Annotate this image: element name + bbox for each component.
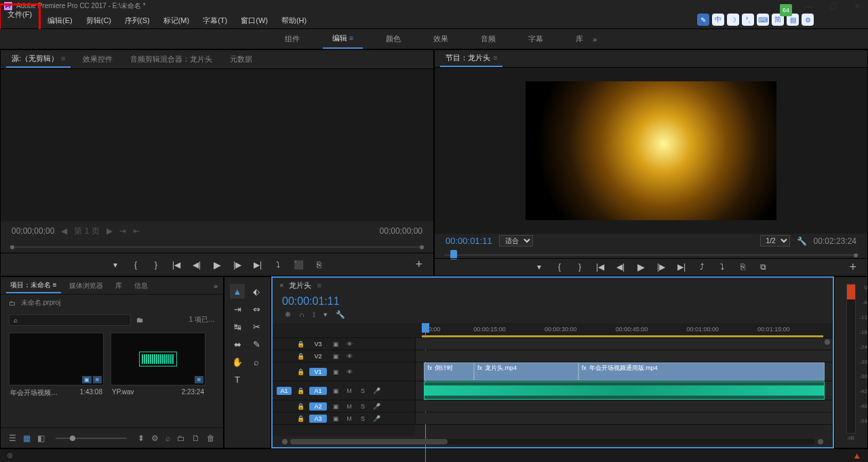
clip-video[interactable]: fx龙片头.mp4 [474,362,578,381]
prg-compare-icon[interactable]: ⧉ [757,261,769,273]
ime-moon-icon[interactable]: ☽ [727,14,739,26]
work-area-bar[interactable] [422,335,823,337]
freeform-view-icon[interactable]: ◧ [37,434,45,443]
sort-icon[interactable]: ⬍ [138,434,144,443]
project-item[interactable]: ≋ YP.wav2:23:24 [111,333,205,423]
ime-logo-icon[interactable]: ✎ [697,14,709,26]
track-header-a2[interactable]: 🔒A2▣MS🎤 [273,402,415,411]
track-v2-content[interactable] [415,350,833,362]
minimize-button[interactable]: — [804,1,813,12]
prg-gotoin-icon[interactable]: |◀ [594,261,606,273]
project-bin-icon[interactable]: 🖿 [136,316,144,324]
track-header-v1[interactable]: 🔒V1▣👁 [273,368,415,376]
warning-icon[interactable]: ▲ [852,450,861,461]
track-a1-content[interactable] [415,381,833,400]
scroll-dot[interactable] [825,339,830,345]
timeline-track-area[interactable]: :00:00 00:00:15:00 00:00:30:00 00:00:45:… [415,323,833,436]
wrench-icon[interactable]: 🔧 [797,236,807,246]
wrench-icon[interactable]: 🔧 [336,310,345,319]
src-stepfwd-icon[interactable]: |▶ [231,259,243,271]
project-tabs-more[interactable]: » [214,282,218,290]
new-bin-icon[interactable]: 🗀 [177,434,185,443]
zoom-out-handle[interactable] [282,439,288,444]
ime-punct-icon[interactable]: °, [742,14,754,26]
workspace-editing[interactable]: 编辑 ≡ [323,29,363,49]
prg-extract-icon[interactable]: ⤵ [716,261,728,273]
workspace-libraries[interactable]: 库 [566,30,593,48]
menu-clip[interactable]: 剪辑(C) [79,13,118,28]
timeline-zoom-scroll[interactable] [273,436,833,447]
selection-tool[interactable]: ▲ [230,284,245,299]
tab-project[interactable]: 项目：未命名 ≡ [6,278,61,293]
find-icon[interactable]: ⌕ [165,434,170,443]
tab-source[interactable]: 源:（无剪辑）≡ [6,51,71,68]
trash-icon[interactable]: 🗑 [207,434,215,443]
workspace-titles[interactable]: 字幕 [519,30,553,48]
ripple-tool[interactable]: ⇥ [230,301,245,316]
close-button[interactable]: ✕ [854,1,861,12]
workspace-more[interactable]: » [593,35,597,43]
playhead-icon[interactable] [422,323,429,333]
zoom-in-handle[interactable] [818,439,823,444]
src-gotoin-icon[interactable]: |◀ [170,259,182,271]
rate-tool[interactable]: ↹ [230,319,245,334]
program-zoom-select[interactable]: 1/2 [760,235,790,247]
maximize-button[interactable]: ☐ [829,1,837,12]
auto-icon[interactable]: ⚙ [151,434,159,443]
tab-info[interactable]: 信息 [130,279,152,293]
list-view-icon[interactable]: ☰ [9,434,16,443]
src-export-icon[interactable]: ⎘ [313,259,325,271]
src-gotoout-icon[interactable]: ▶| [252,259,264,271]
razor-tool[interactable]: ✂ [249,319,264,334]
prg-play-button[interactable]: ▶ [635,261,647,273]
icon-view-icon[interactable]: ▦ [23,434,31,443]
ime-gear-icon[interactable]: ⚙ [802,14,814,26]
ime-lang-toggle[interactable]: 中 [712,14,724,26]
track-header-a3[interactable]: 🔒A3▣MS🎤 [273,415,415,423]
track-header-v2[interactable]: 🔒V2▣👁 [273,352,415,360]
tab-program[interactable]: 节目：龙片头≡ [440,50,502,67]
src-stepback-icon[interactable]: ◀| [191,259,203,271]
settings-icon[interactable]: ▾ [323,310,328,319]
project-item[interactable]: ▣≋ 年会开场视频…1:43:08 [9,333,104,423]
zoom-thumb[interactable] [290,439,448,444]
source-step-icon[interactable]: ⇥ [119,226,126,236]
tab-effect-controls[interactable]: 效果控件 [77,51,118,67]
timeline-ruler[interactable]: :00:00 00:00:15:00 00:00:30:00 00:00:45:… [415,323,833,338]
source-next-page[interactable]: ▶ [106,226,113,236]
src-out-icon[interactable]: } [150,259,162,271]
prg-export-icon[interactable]: ⎘ [736,261,749,273]
clip-video[interactable]: fx倒计时 [424,362,474,381]
menu-marker[interactable]: 标记(M) [157,13,197,28]
workspace-effects[interactable]: 效果 [424,30,458,48]
workspace-color[interactable]: 颜色 [376,30,410,48]
program-fit-select[interactable]: 适合 [499,235,533,247]
snap-icon[interactable]: ❄ [285,310,291,319]
slip-tool[interactable]: ⬌ [230,337,245,352]
workspace-audio[interactable]: 音频 [471,30,505,48]
tab-media-browser[interactable]: 媒体浏览器 [65,279,107,293]
src-overwrite-icon[interactable]: ⬛ [292,259,304,271]
track-select-tool[interactable]: ⬖ [249,284,264,299]
marker-add-icon[interactable]: ⟟ [313,310,315,319]
tool-extra[interactable] [249,372,264,387]
hand-tool[interactable]: ✋ [230,354,245,369]
track-header-v3[interactable]: 🔒V3▣👁 [273,340,415,348]
prg-marker-icon[interactable]: ▾ [533,261,545,273]
zoom-tool[interactable]: ⌕ [249,354,264,369]
ime-keyboard-icon[interactable]: ⌨ [757,14,769,26]
prg-stepback-icon[interactable]: ◀| [614,261,627,273]
src-add-button[interactable]: + [415,257,422,272]
menu-title[interactable]: 字幕(T) [196,13,234,28]
new-item-icon[interactable]: 🗋 [192,434,200,443]
tab-audio-mixer[interactable]: 音频剪辑混合器：龙片头 [125,51,218,67]
src-marker-icon[interactable]: ▾ [109,259,121,271]
prg-stepfwd-icon[interactable]: |▶ [655,261,667,273]
track-v1-content[interactable]: fx倒计时 fx龙片头.mp4 fx年会开场视频通用版.mp4 [415,362,833,381]
timeline-sequence-name[interactable]: 龙片头 [289,280,311,291]
src-play-button[interactable]: ▶ [211,259,223,271]
prg-lift-icon[interactable]: ⤴ [696,261,708,273]
program-scrubber[interactable] [444,249,858,258]
menu-sequence[interactable]: 序列(S) [118,13,157,28]
track-header-a1[interactable]: A1🔒A1▣MS🎤 [273,387,415,395]
